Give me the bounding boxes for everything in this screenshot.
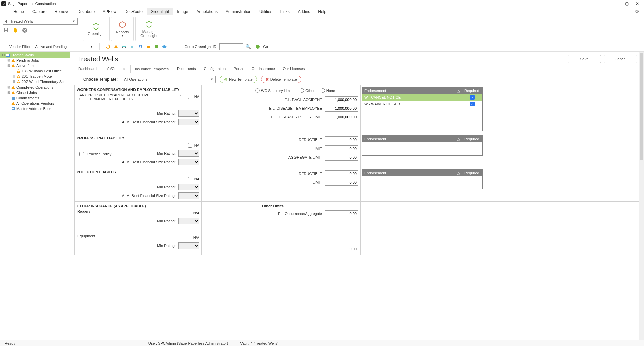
- search-icon[interactable]: 🔍: [245, 44, 251, 50]
- equip-na-checkbox[interactable]: [187, 236, 191, 240]
- menu-capture[interactable]: Capture: [28, 8, 51, 15]
- go-button[interactable]: Go: [263, 45, 268, 49]
- rigger-na-checkbox[interactable]: [187, 211, 191, 215]
- delete-template-button[interactable]: ✖Delete Template: [261, 76, 301, 83]
- menu-retrieve[interactable]: Retrieve: [51, 8, 74, 15]
- workers-ambest-select[interactable]: [178, 119, 199, 125]
- ribbon-manage[interactable]: Manage Greenlight: [135, 17, 162, 41]
- folder-icon[interactable]: [145, 44, 151, 50]
- sort-icon[interactable]: △: [457, 137, 460, 141]
- gear-icon[interactable]: ⚙: [635, 8, 639, 15]
- choose-template-select[interactable]: All Operations ▼: [122, 76, 216, 83]
- tab-documents[interactable]: Documents: [173, 65, 200, 73]
- expander-icon[interactable]: ⊟: [1, 53, 5, 57]
- menu-docroute[interactable]: DocRoute: [120, 8, 146, 15]
- poll-ambest-select[interactable]: [178, 192, 199, 199]
- vendor-filter-select[interactable]: Active and Pending ▼: [34, 43, 94, 50]
- minimize-button[interactable]: —: [610, 0, 621, 7]
- menu-annotations[interactable]: Annotations: [193, 8, 222, 15]
- tab-insurance-templates[interactable]: Insurance Templates: [130, 65, 173, 73]
- menu-addins[interactable]: Addins: [294, 8, 314, 15]
- menu-links[interactable]: Links: [276, 8, 294, 15]
- poll-amount-0[interactable]: [325, 170, 358, 177]
- poll-na-checkbox[interactable]: [188, 177, 192, 181]
- equip-limit-input[interactable]: [325, 246, 358, 252]
- expander-icon[interactable]: ⊞: [12, 69, 16, 73]
- tab-configuration[interactable]: Configuration: [200, 65, 230, 73]
- workers-radio-wc[interactable]: WC Statutory Limits: [255, 88, 293, 93]
- tree-node[interactable]: ⊞186 Williams Post Office: [0, 68, 70, 74]
- menu-help[interactable]: Help: [314, 8, 330, 15]
- tab-dashboard[interactable]: Dashboard: [74, 65, 101, 73]
- workers-radio-none[interactable]: None: [321, 88, 335, 93]
- scrollbar[interactable]: [639, 52, 644, 340]
- vault-combo[interactable]: 4 - Treated Wells ▼: [3, 18, 78, 25]
- close-x-icon[interactable]: [21, 27, 28, 34]
- cancel-button[interactable]: Cancel: [604, 55, 637, 63]
- clipboard-icon[interactable]: [153, 44, 159, 50]
- prof-amount-0[interactable]: [325, 136, 358, 143]
- ribbon-reports[interactable]: Reports▼: [111, 17, 134, 41]
- tree-node[interactable]: ⊞Closed Jobs: [0, 90, 70, 95]
- poll-amount-1[interactable]: [325, 179, 358, 186]
- workers-na-checkbox[interactable]: [188, 95, 192, 99]
- workers-amount-2[interactable]: [325, 114, 358, 120]
- workers-amount-0[interactable]: [325, 96, 358, 103]
- tab-our-licenses[interactable]: Our Licenses: [279, 65, 309, 73]
- sort-icon[interactable]: △: [457, 89, 460, 93]
- tree-root[interactable]: ⊟Treated Wells: [0, 52, 70, 58]
- ribbon-greenlight[interactable]: Greenlight: [83, 17, 110, 41]
- menu-apflow[interactable]: APFlow: [99, 8, 120, 15]
- expander-icon[interactable]: ⊟: [7, 64, 10, 67]
- tree-node[interactable]: All Operations Vendors: [0, 101, 70, 106]
- prof-ambest-select[interactable]: [178, 159, 199, 165]
- menu-administration[interactable]: Administration: [222, 8, 255, 15]
- workers-question-checkbox[interactable]: [180, 95, 184, 99]
- expander-icon[interactable]: ⊞: [12, 80, 16, 83]
- tree-node[interactable]: Master Address Book: [0, 106, 70, 111]
- sort-icon[interactable]: △: [457, 171, 460, 175]
- person-icon[interactable]: [137, 44, 143, 50]
- expander-icon[interactable]: ⊞: [12, 75, 16, 78]
- prof-amount-1[interactable]: [325, 145, 358, 152]
- tree-node[interactable]: ⊞201 Trappen Motel: [0, 74, 70, 79]
- menu-greenlight[interactable]: Greenlight: [147, 8, 173, 15]
- menu-utilities[interactable]: Utilities: [255, 8, 276, 15]
- cloud-icon[interactable]: [161, 44, 167, 50]
- expander-icon[interactable]: ⊞: [7, 59, 10, 62]
- menu-home[interactable]: Home: [9, 8, 28, 15]
- tree-node[interactable]: ⊟Active Jobs: [0, 63, 70, 68]
- warning-icon[interactable]: [113, 44, 119, 50]
- prof-min-rating-select[interactable]: [178, 150, 199, 157]
- endorsement-row[interactable]: W - CANCEL NOTICE✓: [362, 94, 482, 101]
- goto-greenlight-input[interactable]: [219, 43, 243, 50]
- prof-na-checkbox[interactable]: [188, 143, 192, 148]
- maximize-button[interactable]: ▢: [621, 0, 632, 7]
- poll-min-rating-select[interactable]: [178, 184, 199, 190]
- menu-image[interactable]: Image: [173, 8, 192, 15]
- menu-distribute[interactable]: Distribute: [73, 8, 99, 15]
- truck-icon[interactable]: [121, 44, 127, 50]
- endorsement-row[interactable]: W - WAIVER OF SUB✓: [362, 101, 482, 107]
- close-button[interactable]: ✕: [632, 0, 643, 7]
- new-template-button[interactable]: ⊕New Template: [220, 76, 257, 83]
- refresh-icon[interactable]: [105, 44, 111, 50]
- expander-icon[interactable]: ⊞: [7, 91, 10, 94]
- save-icon[interactable]: [3, 27, 9, 34]
- tab-info-contacts[interactable]: Info/Contacts: [101, 65, 130, 73]
- per-occ-input[interactable]: [325, 210, 358, 217]
- tree-node[interactable]: ⊞Pending Jobs: [0, 58, 70, 63]
- doc-icon[interactable]: [129, 44, 135, 50]
- prof-amount-2[interactable]: [325, 154, 358, 161]
- tree-node[interactable]: ⊞207 Wood Elementary Sch: [0, 79, 70, 84]
- tab-portal[interactable]: Portal: [230, 65, 248, 73]
- workers-amount-1[interactable]: [325, 105, 358, 112]
- workers-min-rating-select[interactable]: [178, 110, 199, 117]
- tab-our-insurance[interactable]: Our Insurance: [248, 65, 279, 73]
- expander-icon[interactable]: ⊞: [7, 85, 10, 89]
- tree-node[interactable]: Commitments: [0, 95, 70, 101]
- workers-radio-other[interactable]: Other: [300, 88, 315, 93]
- prof-practice-checkbox[interactable]: [79, 152, 84, 156]
- equip-min-rating-select[interactable]: [178, 242, 199, 249]
- tree-node[interactable]: ⊞Completed Operations: [0, 84, 70, 90]
